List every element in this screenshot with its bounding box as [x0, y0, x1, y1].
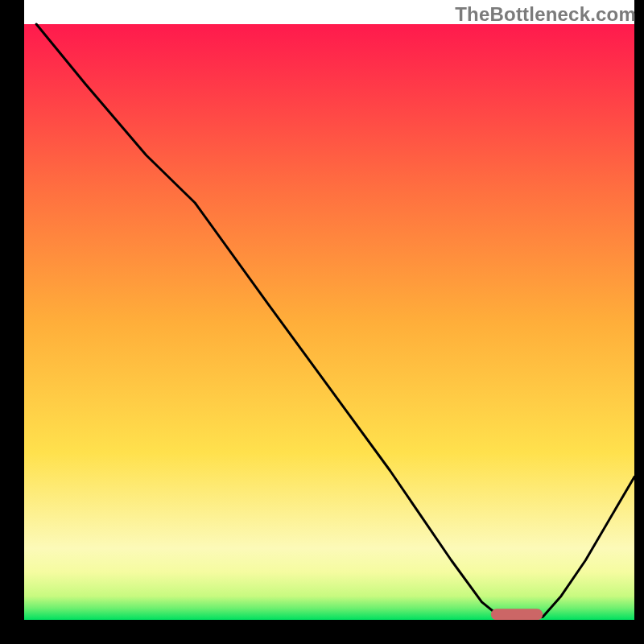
frame-edge: [634, 0, 644, 644]
gradient-background: [24, 24, 634, 620]
frame-edge: [0, 620, 644, 644]
watermark-text: TheBottleneck.com: [455, 3, 636, 26]
chart-container: { "watermark": "TheBottleneck.com", "cha…: [0, 0, 644, 644]
highlight-marker: [491, 609, 543, 620]
chart-svg: [0, 0, 644, 644]
frame-edge: [0, 0, 24, 644]
